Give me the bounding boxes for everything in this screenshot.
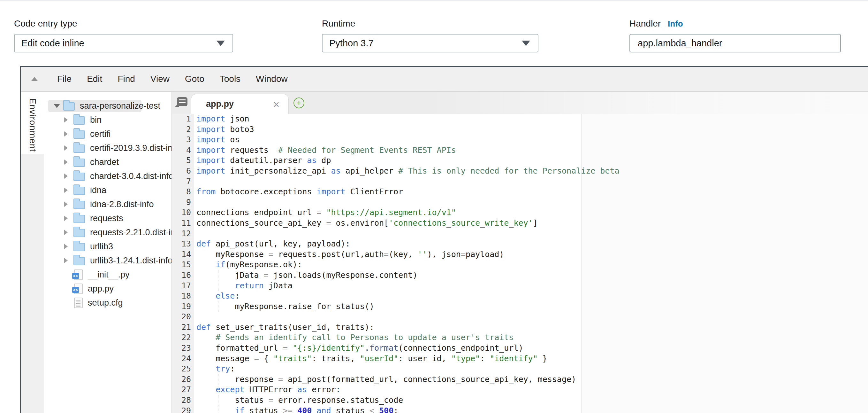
line-number[interactable]: 22 [172, 332, 191, 343]
line-number[interactable]: 11 [172, 218, 191, 229]
code-line[interactable] [196, 197, 868, 208]
code-line[interactable] [196, 312, 868, 322]
tree-item[interactable]: idna [44, 183, 172, 197]
line-number[interactable]: 4 [172, 145, 191, 156]
tab-list-icon[interactable] [177, 97, 187, 106]
code-line[interactable]: def set_user_traits(user_id, traits): [196, 322, 868, 333]
tree-item[interactable]: urllib3 [44, 239, 172, 254]
code-line[interactable]: response = api_post(formatted_url, conne… [196, 374, 868, 385]
line-number[interactable]: 20 [172, 312, 191, 322]
tree-item[interactable]: sara-personalize-test [44, 99, 172, 113]
code-line[interactable]: connections_source_api_key = os.environ[… [196, 218, 868, 229]
menu-item-find[interactable]: Find [110, 74, 143, 84]
code-line[interactable]: # Sends an identify call to Personas to … [196, 332, 868, 343]
line-number[interactable]: 2 [172, 124, 191, 135]
tree-item[interactable]: certifi [44, 127, 172, 141]
new-tab-button[interactable]: + [293, 97, 304, 108]
code-line[interactable]: return jData [196, 281, 868, 291]
tree-item[interactable]: certifi-2019.3.9.dist-info [44, 141, 172, 155]
chevron-right-icon[interactable] [64, 145, 73, 151]
menu-item-file[interactable]: File [50, 74, 79, 84]
line-number[interactable]: 24 [172, 354, 191, 364]
line-number[interactable]: 8 [172, 187, 191, 197]
code-line[interactable] [196, 176, 868, 187]
tree-item[interactable]: urllib3-1.24.1.dist-info [44, 254, 172, 268]
code-line[interactable]: import dateutil.parser as dp [196, 155, 868, 166]
line-number[interactable]: 14 [172, 249, 191, 260]
tree-item[interactable]: chardet-3.0.4.dist-info [44, 169, 172, 183]
code-line[interactable] [196, 229, 868, 239]
line-number[interactable]: 16 [172, 270, 191, 281]
tree-item[interactable]: bin [44, 113, 172, 127]
line-number[interactable]: 1 [172, 114, 191, 124]
chevron-right-icon[interactable] [64, 230, 73, 235]
menu-item-tools[interactable]: Tools [212, 74, 248, 84]
code-line[interactable]: try: [196, 364, 868, 374]
chevron-right-icon[interactable] [64, 243, 73, 249]
chevron-right-icon[interactable] [64, 173, 73, 179]
line-number[interactable]: 25 [172, 364, 191, 374]
line-number[interactable]: 18 [172, 291, 191, 301]
code-line[interactable]: else: [196, 291, 868, 301]
code-line[interactable]: import init_personalize_api as api_helpe… [196, 166, 868, 176]
tree-item[interactable]: idna-2.8.dist-info [44, 197, 172, 211]
line-number[interactable]: 12 [172, 229, 191, 239]
line-number[interactable]: 3 [172, 135, 191, 145]
tree-item[interactable]: requests [44, 211, 172, 225]
chevron-down-icon[interactable] [54, 104, 63, 108]
chevron-right-icon[interactable] [64, 159, 73, 165]
chevron-right-icon[interactable] [64, 258, 73, 263]
code-line[interactable]: connections_endpoint_url = "https://api.… [196, 207, 868, 218]
environment-tab[interactable]: Environment [21, 92, 44, 154]
chevron-right-icon[interactable] [64, 187, 73, 193]
chevron-right-icon[interactable] [64, 117, 73, 123]
line-number[interactable]: 7 [172, 176, 191, 187]
line-number[interactable]: 19 [172, 301, 191, 312]
menu-item-window[interactable]: Window [248, 74, 296, 84]
code-line[interactable]: def api_post(url, key, payload): [196, 239, 868, 249]
tree-item[interactable]: chardet [44, 155, 172, 169]
chevron-right-icon[interactable] [64, 215, 73, 221]
tree-item[interactable]: setup.cfg [44, 296, 172, 310]
menu-item-view[interactable]: View [143, 74, 177, 84]
line-number[interactable]: 23 [172, 343, 191, 354]
chevron-right-icon[interactable] [64, 201, 73, 207]
code-area[interactable]: import jsonimport boto3import osimport r… [194, 114, 868, 413]
line-number[interactable]: 17 [172, 281, 191, 291]
line-number[interactable]: 6 [172, 166, 191, 176]
line-number[interactable]: 9 [172, 197, 191, 208]
code-line[interactable]: if status >= 400 and status < 500: [196, 406, 868, 413]
code-line[interactable]: jData = json.loads(myResponse.content) [196, 270, 868, 281]
line-number[interactable]: 5 [172, 155, 191, 166]
code-line[interactable]: myResponse = requests.post(url,auth=(key… [196, 249, 868, 260]
code-line[interactable]: import requests # Needed for Segment Eve… [196, 145, 868, 156]
line-number[interactable]: 26 [172, 374, 191, 385]
collapse-menubar-icon[interactable] [31, 77, 38, 81]
line-number[interactable]: 27 [172, 385, 191, 395]
code-line[interactable]: import os [196, 135, 868, 145]
code-line[interactable]: formatted_url = "{:s}/identify".format(c… [196, 343, 868, 354]
tree-item[interactable]: __init__.py [44, 268, 172, 282]
active-tab[interactable]: app.py × [191, 94, 289, 114]
code-line[interactable]: import json [196, 114, 868, 124]
code-entry-type-select[interactable]: Edit code inline [14, 34, 233, 52]
code-line[interactable]: from botocore.exceptions import ClientEr… [196, 187, 868, 197]
line-number[interactable]: 10 [172, 207, 191, 218]
line-number[interactable]: 28 [172, 395, 191, 406]
editor-gutter[interactable]: 1234567891011121314151617181920212223242… [172, 114, 194, 413]
line-number[interactable]: 15 [172, 260, 191, 270]
handler-input[interactable]: app.lambda_handler [629, 34, 841, 52]
code-line[interactable]: myResponse.raise_for_status() [196, 301, 868, 312]
tree-item[interactable]: requests-2.21.0.dist-info [44, 225, 172, 239]
code-line[interactable]: except HTTPError as error: [196, 385, 868, 395]
chevron-right-icon[interactable] [64, 131, 73, 137]
code-line[interactable]: message = { "traits": traits, "userId": … [196, 354, 868, 364]
line-number[interactable]: 29 [172, 406, 191, 413]
code-line[interactable]: status = error.response.status_code [196, 395, 868, 406]
handler-info-link[interactable]: Info [668, 19, 683, 29]
close-tab-icon[interactable]: × [273, 99, 279, 110]
line-number[interactable]: 13 [172, 239, 191, 249]
menu-item-goto[interactable]: Goto [177, 74, 212, 84]
line-number[interactable]: 21 [172, 322, 191, 333]
code-line[interactable]: if(myResponse.ok): [196, 260, 868, 270]
